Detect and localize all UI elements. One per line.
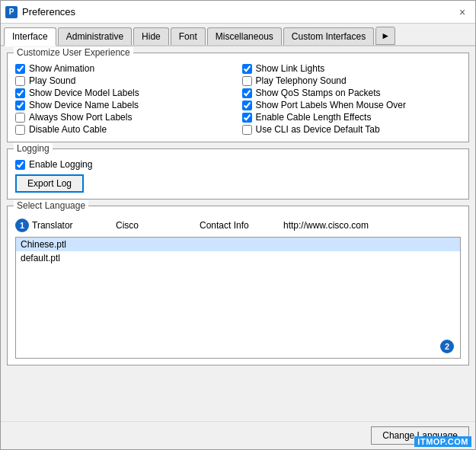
lang-item-chinese[interactable]: Chinese.ptl bbox=[16, 238, 460, 251]
checkbox-qos-stamps: Show QoS Stamps on Packets bbox=[242, 87, 462, 99]
cb-port-labels-mouse-label: Show Port Labels When Mouse Over bbox=[256, 100, 406, 110]
cb-link-lights[interactable] bbox=[242, 64, 252, 74]
cb-auto-cable[interactable] bbox=[15, 125, 25, 135]
checkbox-telephony-sound: Play Telephony Sound bbox=[242, 75, 462, 87]
title-bar: P Preferences × bbox=[1, 1, 475, 24]
cb-cable-length[interactable] bbox=[242, 113, 252, 123]
cb-enable-logging-label: Enable Logging bbox=[29, 159, 92, 170]
cb-cable-length-label: Enable Cable Length Effects bbox=[256, 112, 372, 123]
left-checkboxes: Show Animation Play Sound Show Device Mo… bbox=[15, 62, 235, 136]
cb-device-model[interactable] bbox=[15, 88, 25, 98]
badge-1: 1 bbox=[15, 219, 29, 232]
cb-show-animation-label: Show Animation bbox=[29, 63, 94, 74]
tab-hide[interactable]: Hide bbox=[133, 27, 169, 45]
checkbox-link-lights: Show Link Lights bbox=[242, 62, 462, 75]
logging-group: Logging Enable Logging Export Log bbox=[7, 148, 469, 199]
checkbox-enable-logging: Enable Logging bbox=[15, 158, 461, 171]
lang-col-cisco: Cisco bbox=[116, 220, 200, 231]
cb-play-sound[interactable] bbox=[15, 76, 25, 86]
badge-2: 2 bbox=[440, 340, 454, 353]
lang-col-url: http://www.cisco.com bbox=[283, 220, 461, 231]
cb-device-name-label: Show Device Name Labels bbox=[29, 100, 139, 110]
lang-col-contact: Contact Info bbox=[200, 220, 283, 231]
bottom-bar: Change Language bbox=[1, 421, 475, 449]
tab-custom-interfaces[interactable]: Custom Interfaces bbox=[283, 27, 374, 45]
cb-qos-stamps[interactable] bbox=[242, 88, 252, 98]
cb-telephony-sound-label: Play Telephony Sound bbox=[256, 75, 347, 86]
cb-port-labels-mouse[interactable] bbox=[242, 101, 252, 110]
select-language-group: Select Language 1 Translator Cisco Conta… bbox=[7, 206, 469, 365]
checkbox-device-model: Show Device Model Labels bbox=[15, 87, 235, 99]
cb-qos-stamps-label: Show QoS Stamps on Packets bbox=[256, 88, 381, 98]
customize-group-title: Customize User Experience bbox=[14, 47, 133, 58]
checkbox-port-labels-mouse: Show Port Labels When Mouse Over bbox=[242, 99, 462, 111]
checkbox-auto-cable: Disable Auto Cable bbox=[15, 123, 235, 136]
cb-show-animation[interactable] bbox=[15, 64, 25, 74]
cb-port-labels-label: Always Show Port Labels bbox=[29, 112, 132, 123]
lang-col-translator: Translator bbox=[32, 220, 116, 231]
checkbox-show-animation: Show Animation bbox=[15, 62, 235, 75]
customize-group: Customize User Experience Show Animation… bbox=[7, 53, 469, 142]
cb-auto-cable-label: Disable Auto Cable bbox=[29, 124, 107, 135]
checkbox-grid: Show Animation Play Sound Show Device Mo… bbox=[15, 62, 461, 136]
checkbox-port-labels: Always Show Port Labels bbox=[15, 111, 235, 123]
checkbox-device-name: Show Device Name Labels bbox=[15, 99, 235, 111]
cb-cli-default-label: Use CLI as Device Default Tab bbox=[256, 124, 380, 135]
cb-device-name[interactable] bbox=[15, 101, 25, 110]
checkbox-play-sound: Play Sound bbox=[15, 75, 235, 87]
window-title: Preferences bbox=[22, 6, 454, 18]
cb-play-sound-label: Play Sound bbox=[29, 75, 75, 86]
logging-group-title: Logging bbox=[14, 143, 53, 154]
tab-interface[interactable]: Interface bbox=[4, 27, 56, 46]
checkbox-cable-length: Enable Cable Length Effects bbox=[242, 111, 462, 123]
cb-enable-logging[interactable] bbox=[15, 160, 25, 170]
tab-arrow[interactable]: ► bbox=[375, 27, 395, 45]
lang-header-row: 1 Translator Cisco Contact Info http://w… bbox=[15, 217, 461, 234]
content-area: Customize User Experience Show Animation… bbox=[1, 46, 475, 421]
cb-cli-default[interactable] bbox=[242, 125, 252, 135]
right-checkboxes: Show Link Lights Play Telephony Sound Sh… bbox=[242, 62, 462, 136]
close-button[interactable]: × bbox=[454, 4, 471, 21]
checkbox-cli-default: Use CLI as Device Default Tab bbox=[242, 123, 462, 136]
lang-item-default[interactable]: default.ptl bbox=[16, 251, 460, 265]
tab-miscellaneous[interactable]: Miscellaneous bbox=[207, 27, 282, 45]
app-icon: P bbox=[5, 6, 18, 18]
cb-port-labels[interactable] bbox=[15, 113, 25, 123]
export-log-button[interactable]: Export Log bbox=[15, 174, 84, 193]
tab-bar: Interface Administrative Hide Font Misce… bbox=[1, 24, 475, 46]
select-language-title: Select Language bbox=[14, 200, 88, 211]
change-language-button[interactable]: Change Language bbox=[371, 426, 469, 445]
tab-font[interactable]: Font bbox=[171, 27, 206, 45]
preferences-window: P Preferences × Interface Administrative… bbox=[0, 0, 476, 450]
tab-administrative[interactable]: Administrative bbox=[58, 27, 132, 45]
cb-device-model-label: Show Device Model Labels bbox=[29, 88, 139, 98]
cb-telephony-sound[interactable] bbox=[242, 76, 252, 86]
language-list[interactable]: Chinese.ptl default.ptl 2 bbox=[15, 237, 461, 359]
cb-link-lights-label: Show Link Lights bbox=[256, 63, 325, 74]
